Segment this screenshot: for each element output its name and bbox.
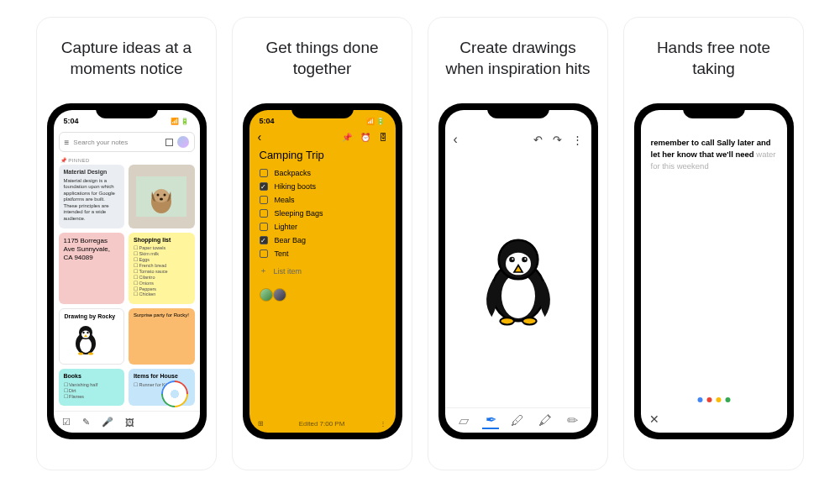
drawing-toolbar: ▱ ✒ 🖊 🖍 ✏ [445,407,591,433]
note-books[interactable]: Books Vanishing halfDirtFlames [59,369,125,406]
more-icon[interactable]: ⋮ [572,134,583,146]
note-address[interactable]: 1175 Borregas Ave Sunnyvale, CA 94089 [59,233,125,304]
svg-point-25 [522,318,536,324]
showcase-panel-2: Get things done together 5:04 📶 🔋 ‹ 📌 ⏰ … [232,17,412,470]
more-icon[interactable]: ⋮ [380,420,386,428]
phone-screen: 5:04 📶 🔋 ‹ 📌 ⏰ 🗄 Camping Trip Backpacks … [249,110,396,433]
drawing-header: ‹ ↶ ↷ ⋮ [445,129,591,150]
pen-tool-icon[interactable]: ✒ [482,412,499,429]
list-item[interactable]: Tent [258,247,387,260]
eraser-tool-icon[interactable]: ✏ [564,412,580,429]
notch [487,103,549,118]
showcase-panel-4: Hands free note taking remember to call … [623,17,804,470]
phone-frame: remember to call Sally later and let her… [634,103,794,439]
svg-point-24 [500,318,514,324]
svg-point-21 [512,258,513,260]
checklist: Backpacks ✓Hiking boots Meals Sleeping B… [249,166,396,281]
status-icons: 📶 🔋 [171,118,189,125]
back-icon[interactable]: ‹ [454,132,458,147]
notch [683,103,745,118]
list-item[interactable]: ✓Bear Bag [258,234,387,247]
dictation-text: remember to call Sally later and let her… [641,129,787,180]
showcase-panel-1: Capture ideas at a moments notice 5:04 📶… [36,17,217,470]
note-title[interactable]: Camping Trip [249,147,396,166]
mic-icon[interactable]: 🎤 [102,417,113,428]
view-toggle-icon[interactable] [165,139,173,146]
redo-icon[interactable]: ↷ [553,134,562,146]
phone-frame: ‹ ↶ ↷ ⋮ [438,103,598,439]
back-icon[interactable]: ‹ [258,130,262,144]
svg-point-20 [522,256,528,262]
phone-screen: remember to call Sally later and let her… [641,110,787,433]
panel-headline: Hands free note taking [634,38,793,88]
status-time: 5:04 [260,117,275,125]
note-footer: ⊞ Edited 7:00 PM ⋮ [249,415,396,433]
pin-icon[interactable]: 📌 [342,133,352,142]
svg-point-5 [160,197,163,200]
phone-frame: 5:04 📶 🔋 ≡ Search your notes 📌 PINNED Ma… [47,103,207,439]
svg-point-3 [157,193,160,196]
edited-label: Edited 7:00 PM [299,420,345,428]
select-tool-icon[interactable]: ▱ [455,412,472,429]
phone-screen: 5:04 📶 🔋 ≡ Search your notes 📌 PINNED Ma… [54,110,200,433]
list-item[interactable]: Sleeping Bags [258,207,387,220]
svg-point-11 [87,332,88,333]
panel-headline: Create drawings when inspiration hits [438,38,597,88]
new-note-fab[interactable]: + [161,381,188,407]
svg-point-19 [509,256,515,262]
svg-point-13 [78,353,83,355]
svg-point-14 [88,353,93,355]
phone-frame: 5:04 📶 🔋 ‹ 📌 ⏰ 🗄 Camping Trip Backpacks … [243,103,402,439]
notch [291,103,354,118]
note-material-design[interactable]: Material Design Material design is a fou… [59,165,125,228]
svg-point-4 [164,193,166,196]
collaborator-avatar[interactable] [273,288,286,302]
collaborator-avatar[interactable] [260,288,273,302]
brush-icon[interactable]: ✎ [82,417,90,428]
marker-tool-icon[interactable]: 🖊 [509,412,526,429]
status-icons: 📶 🔋 [366,118,385,125]
bottom-toolbar: ☑ ✎ 🎤 🖼 [54,411,200,433]
drawing-canvas[interactable] [445,150,591,407]
search-bar[interactable]: ≡ Search your notes [59,132,195,152]
close-icon[interactable]: ✕ [649,412,659,426]
list-item[interactable]: Lighter [258,220,387,234]
note-header: ‹ 📌 ⏰ 🗄 [249,129,396,147]
list-item[interactable]: Backpacks [258,166,387,180]
panel-headline: Get things done together [243,38,402,88]
checkbox-icon[interactable]: ☑ [62,417,71,428]
status-time: 5:04 [64,117,79,125]
account-avatar[interactable] [177,136,189,148]
panel-headline: Capture ideas at a moments notice [47,38,206,88]
svg-point-7 [80,338,92,353]
phone-screen: ‹ ↶ ↷ ⋮ [445,110,591,433]
reminder-icon[interactable]: ⏰ [360,133,370,142]
pinned-section-label: 📌 PINNED [54,155,200,165]
archive-icon[interactable]: 🗄 [379,133,387,142]
notch [96,103,158,118]
note-drawing[interactable]: Drawing by Rocky [59,308,125,365]
list-item[interactable]: Meals [258,193,387,207]
menu-icon[interactable]: ≡ [65,138,70,147]
note-dog-photo[interactable] [129,165,195,228]
add-action-icon[interactable]: ⊞ [258,420,264,428]
list-item[interactable]: ✓Hiking boots [258,180,387,193]
undo-icon[interactable]: ↶ [533,134,543,146]
assistant-listening-icon [697,397,730,402]
image-icon[interactable]: 🖼 [125,417,134,428]
note-shopping-list[interactable]: Shopping list Paper towelsSkim milk Eggs… [129,233,195,304]
showcase-panel-3: Create drawings when inspiration hits ‹ … [428,17,608,470]
svg-point-10 [82,332,84,333]
note-surprise-party[interactable]: Surprise party for Rocky! [129,308,195,365]
add-list-item[interactable]: ＋List item [258,260,387,281]
notes-grid: Material Design Material design is a fou… [54,165,200,411]
search-placeholder: Search your notes [73,139,160,146]
svg-point-22 [524,258,526,260]
highlighter-tool-icon[interactable]: 🖍 [537,412,554,429]
svg-point-2 [154,189,169,202]
svg-point-16 [501,273,535,318]
transcribed-final: remember to call Sally later and let her… [651,138,771,159]
collaborators[interactable] [249,281,396,308]
